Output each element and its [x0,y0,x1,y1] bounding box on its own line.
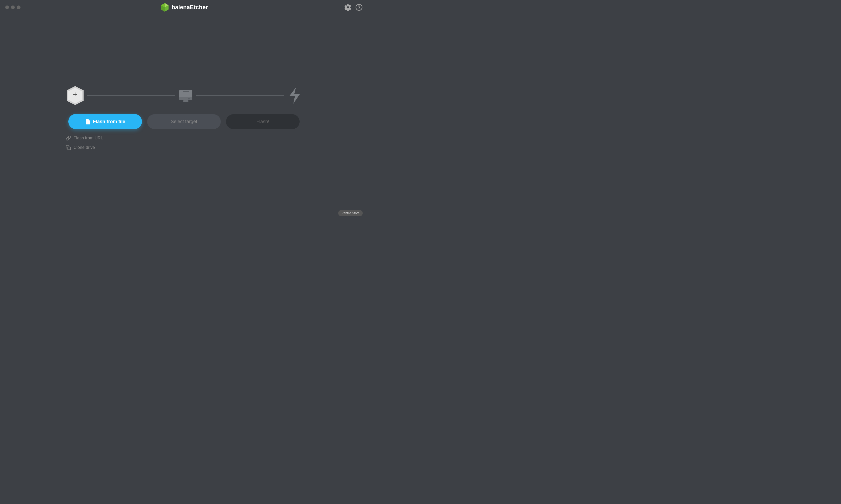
flash-from-url-label: Flash from URL [73,136,103,141]
connector-line-2 [196,95,285,96]
svg-marker-15 [289,87,300,104]
steps-row: + [66,85,302,106]
flash-from-file-label: Flash from file [93,119,125,124]
svg-point-13 [188,98,190,100]
flash-label: Flash! [256,119,269,124]
select-target-button[interactable]: Select target [147,114,221,129]
hexagon-icon: + [66,85,85,106]
drive-icon [178,87,194,104]
actions-row: Flash from file Select target Flash! [66,114,302,129]
svg-rect-12 [183,91,189,92]
clone-icon [66,145,71,150]
lightning-icon [287,86,302,105]
clone-drive-label: Clone drive [73,145,95,150]
close-button[interactable] [5,5,9,9]
svg-rect-18 [68,147,71,150]
balena-logo-icon [160,3,170,12]
select-target-label: Select target [171,119,197,124]
step2-icon [178,87,194,104]
secondary-links: Flash from URL Clone drive [66,136,103,150]
app-title: balenaEtcher [172,4,208,11]
file-icon [85,119,90,124]
flash-from-url-button[interactable]: Flash from URL [66,136,103,141]
svg-rect-14 [183,100,188,102]
step1-icon: + [66,85,85,106]
question-icon [355,4,363,11]
svg-rect-11 [179,97,192,100]
clone-drive-button[interactable]: Clone drive [66,145,95,150]
help-button[interactable] [355,4,363,11]
settings-button[interactable] [344,4,351,11]
footer-badge: Panfile.Store [338,210,363,216]
minimize-button[interactable] [11,5,15,9]
step3-icon [287,86,302,105]
svg-text:+: + [73,90,78,99]
window-controls [5,5,20,9]
gear-icon [344,4,351,11]
title-actions [344,4,363,11]
main-content: + [0,15,368,220]
connector-line-1 [87,95,175,96]
title-bar: balenaEtcher [0,0,368,15]
footer-badge-text: Panfile.Store [341,211,360,215]
maximize-button[interactable] [17,5,20,9]
app-logo: balenaEtcher [160,3,208,12]
flash-button[interactable]: Flash! [226,114,299,129]
link-icon [66,136,71,141]
flash-from-file-button[interactable]: Flash from file [68,114,142,129]
